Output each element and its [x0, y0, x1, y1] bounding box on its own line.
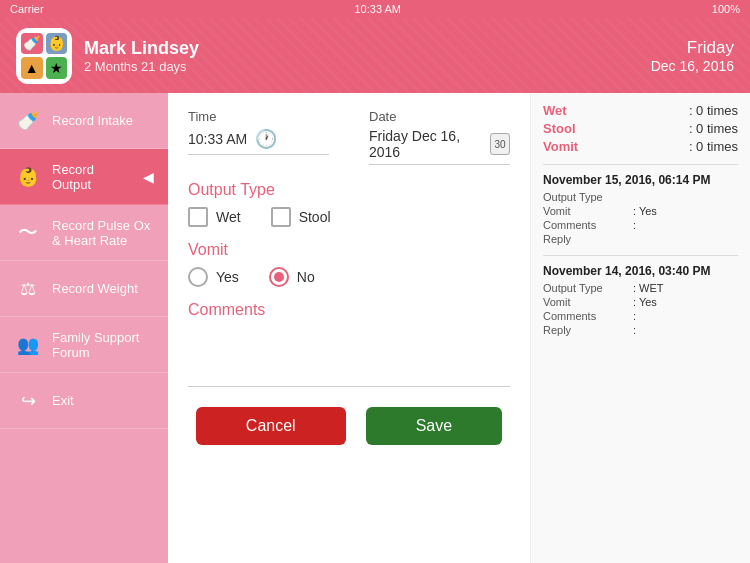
comments-section: Comments [188, 301, 510, 391]
calendar-icon: 30 [490, 133, 510, 155]
sidebar-label-record-pulse: Record Pulse Ox & Heart Rate [52, 218, 154, 248]
vomit-stat-value: : 0 times [689, 139, 738, 154]
clock-icon: 🕐 [255, 128, 277, 150]
vomit-yes-radio[interactable]: Yes [188, 267, 239, 287]
time-group: Time 10:33 AM 🕐 [188, 109, 329, 165]
status-time: 10:33 AM [355, 3, 401, 15]
comments-input[interactable] [188, 327, 510, 387]
battery-text: 100% [712, 3, 740, 15]
family-icon: 👥 [14, 331, 42, 359]
sidebar-item-record-intake[interactable]: 🍼 Record Intake [0, 93, 168, 149]
sidebar-item-exit[interactable]: ↪ Exit [0, 373, 168, 429]
time-value: 10:33 AM [188, 131, 247, 147]
right-panel: Wet : 0 times Stool : 0 times Vomit : 0 … [530, 93, 750, 563]
save-button[interactable]: Save [366, 407, 502, 445]
history-item-0: November 15, 2016, 06:14 PMOutput TypeVo… [543, 164, 738, 245]
time-label: Time [188, 109, 329, 124]
sidebar-item-family-support[interactable]: 👥 Family Support Forum [0, 317, 168, 373]
active-arrow-icon: ◀ [143, 169, 154, 185]
app-icon: 🍼 👶 ▲ ★ [16, 28, 72, 84]
main-form: Time 10:33 AM 🕐 Date Friday Dec 16, 2016… [168, 93, 530, 563]
sidebar-label-record-weight: Record Weight [52, 281, 138, 296]
history-key-1-3: Reply [543, 324, 633, 336]
radio-selected-dot [274, 272, 284, 282]
wet-checkbox-box[interactable] [188, 207, 208, 227]
header-username: Mark Lindsey [84, 38, 199, 59]
history-row-1-0: Output Type: WET [543, 282, 738, 294]
bottle-icon: 🍼 [14, 107, 42, 135]
wet-checkbox[interactable]: Wet [188, 207, 241, 227]
sidebar-item-record-output[interactable]: 👶 Record Output ◀ [0, 149, 168, 205]
history-val-1-3: : [633, 324, 636, 336]
history-key-0-1: Vomit [543, 205, 633, 217]
date-value: Friday Dec 16, 2016 [369, 128, 482, 160]
history-val-1-2: : [633, 310, 636, 322]
history-row-1-2: Comments: [543, 310, 738, 322]
header-day: Friday [651, 38, 734, 58]
time-date-row: Time 10:33 AM 🕐 Date Friday Dec 16, 2016… [188, 109, 510, 165]
history-row-0-3: Reply [543, 233, 738, 245]
header-user-info: Mark Lindsey 2 Months 21 days [84, 38, 199, 74]
wet-stat-value: : 0 times [689, 103, 738, 118]
history-row-1-1: Vomit: Yes [543, 296, 738, 308]
comments-label: Comments [188, 301, 510, 319]
sidebar: 🍼 Record Intake 👶 Record Output ◀ 〜 Reco… [0, 93, 168, 563]
yes-label: Yes [216, 269, 239, 285]
history-val-0-1: : Yes [633, 205, 657, 217]
cancel-button[interactable]: Cancel [196, 407, 346, 445]
status-bar: Carrier 10:33 AM 100% [0, 0, 750, 18]
no-label: No [297, 269, 315, 285]
stool-checkbox-box[interactable] [271, 207, 291, 227]
history-row-0-1: Vomit: Yes [543, 205, 738, 217]
vomit-stat-label: Vomit [543, 139, 578, 154]
output-icon: 👶 [14, 163, 42, 191]
stool-checkbox[interactable]: Stool [271, 207, 331, 227]
history-row-1-3: Reply: [543, 324, 738, 336]
history-date-1: November 14, 2016, 03:40 PM [543, 264, 738, 278]
history-key-1-2: Comments [543, 310, 633, 322]
history-row-0-2: Comments: [543, 219, 738, 231]
sidebar-label-record-output: Record Output [52, 162, 133, 192]
history-item-1: November 14, 2016, 03:40 PMOutput Type: … [543, 255, 738, 336]
vomit-label: Vomit [188, 241, 510, 259]
vomit-radios: Yes No [188, 267, 510, 287]
sidebar-item-record-pulse[interactable]: 〜 Record Pulse Ox & Heart Rate [0, 205, 168, 261]
icon-cell-2: 👶 [46, 33, 68, 55]
sidebar-label-family-support: Family Support Forum [52, 330, 154, 360]
weight-icon: ⚖ [14, 275, 42, 303]
output-type-label: Output Type [188, 181, 510, 199]
sidebar-label-exit: Exit [52, 393, 74, 408]
history-date-0: November 15, 2016, 06:14 PM [543, 173, 738, 187]
history-key-1-0: Output Type [543, 282, 633, 294]
icon-cell-3: ▲ [21, 57, 43, 79]
vomit-yes-circle[interactable] [188, 267, 208, 287]
wet-stat-label: Wet [543, 103, 567, 118]
header-date: Dec 16, 2016 [651, 58, 734, 74]
output-type-section: Output Type Wet Stool [188, 181, 510, 227]
history-val-1-1: : Yes [633, 296, 657, 308]
icon-cell-4: ★ [46, 57, 68, 79]
time-field[interactable]: 10:33 AM 🕐 [188, 128, 329, 155]
sidebar-label-record-intake: Record Intake [52, 113, 133, 128]
app-body: 🍼 Record Intake 👶 Record Output ◀ 〜 Reco… [0, 93, 750, 563]
history-val-0-2: : [633, 219, 636, 231]
wet-label: Wet [216, 209, 241, 225]
date-field[interactable]: Friday Dec 16, 2016 30 [369, 128, 510, 165]
output-type-checkboxes: Wet Stool [188, 207, 510, 227]
history-key-0-0: Output Type [543, 191, 633, 203]
wet-stat-row: Wet : 0 times [543, 103, 738, 118]
vomit-no-circle[interactable] [269, 267, 289, 287]
exit-icon: ↪ [14, 387, 42, 415]
carrier-text: Carrier [10, 3, 44, 15]
history-key-1-1: Vomit [543, 296, 633, 308]
header-left: 🍼 👶 ▲ ★ Mark Lindsey 2 Months 21 days [16, 28, 199, 84]
header-date-info: Friday Dec 16, 2016 [651, 38, 734, 74]
icon-cell-1: 🍼 [21, 33, 43, 55]
sidebar-item-record-weight[interactable]: ⚖ Record Weight [0, 261, 168, 317]
vomit-no-radio[interactable]: No [269, 267, 315, 287]
form-buttons: Cancel Save [188, 407, 510, 445]
history-val-1-0: : WET [633, 282, 664, 294]
stool-stat-row: Stool : 0 times [543, 121, 738, 136]
stool-stat-label: Stool [543, 121, 576, 136]
app-header: 🍼 👶 ▲ ★ Mark Lindsey 2 Months 21 days Fr… [0, 18, 750, 93]
